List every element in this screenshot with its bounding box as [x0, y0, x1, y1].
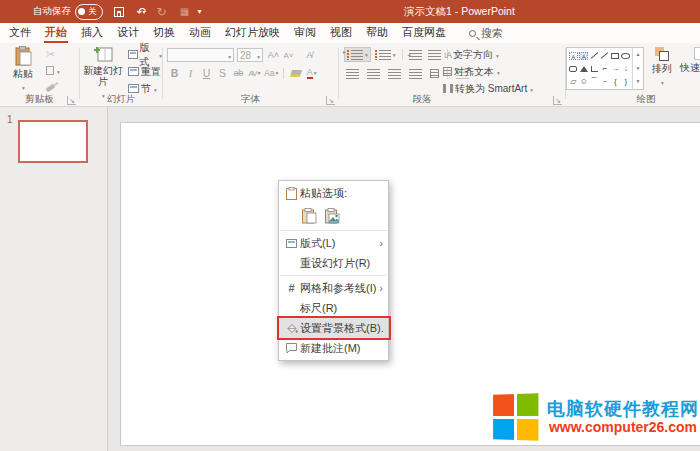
menu-item-grid-guides[interactable]: # 网格和参考线(I)... ›: [279, 278, 388, 298]
slide-thumbnail[interactable]: [18, 120, 88, 163]
bullets-icon: [351, 50, 363, 60]
tab-file[interactable]: 文件: [2, 23, 38, 43]
shapes-scroll-down-icon[interactable]: ▼: [633, 62, 643, 76]
redo-button[interactable]: [155, 5, 169, 19]
decrease-font-button[interactable]: [282, 48, 295, 62]
change-case-button[interactable]: [264, 66, 278, 80]
menu-item-format-background[interactable]: 设置背景格式(B)...: [279, 318, 388, 338]
slide-number: 1: [7, 114, 13, 125]
menu-item-layout[interactable]: 版式(L) ›: [279, 233, 388, 253]
tab-view[interactable]: 视图: [323, 23, 359, 43]
group-clipboard: 粘贴 剪贴板: [0, 43, 79, 107]
oval-shape-icon[interactable]: [621, 53, 630, 59]
tab-home[interactable]: 开始: [38, 23, 74, 43]
increase-indent-button[interactable]: [426, 47, 443, 62]
menu-item-reset-slide[interactable]: 重设幻灯片(R): [279, 253, 388, 273]
search-box[interactable]: 搜索: [469, 26, 503, 41]
font-color-button[interactable]: [305, 66, 318, 80]
columns-button[interactable]: [428, 66, 441, 81]
align-right-button[interactable]: [386, 66, 403, 81]
grid-guides-icon: #: [288, 282, 294, 294]
font-dialog-launcher-icon[interactable]: [326, 96, 335, 105]
menu-item-ruler[interactable]: 标尺(R): [279, 298, 388, 318]
grid-dropdown-icon[interactable]: ▾: [186, 8, 189, 15]
align-left-button[interactable]: [344, 66, 361, 81]
paste-as-picture-button[interactable]: [323, 206, 342, 225]
underline-button[interactable]: [200, 66, 213, 80]
character-spacing-button[interactable]: [248, 66, 261, 80]
textbox-shape-icon[interactable]: [569, 52, 578, 60]
right-arrow-shape-icon[interactable]: →: [611, 65, 619, 73]
shapes-scrollbar[interactable]: ▲ ▼ ▼: [632, 48, 643, 89]
rectangle-shape-icon[interactable]: [611, 53, 619, 59]
shapes-more-icon[interactable]: ▼: [633, 75, 643, 89]
font-size-combobox[interactable]: 28: [237, 48, 263, 62]
slides-group-label: 幻灯片: [80, 93, 162, 106]
shapes-scroll-up-icon[interactable]: ▲: [633, 48, 643, 62]
curve-shape-icon[interactable]: ~: [602, 78, 607, 86]
italic-button[interactable]: [184, 66, 197, 80]
tab-slideshow[interactable]: 幻灯片放映: [218, 23, 287, 43]
clipboard-dialog-launcher-icon[interactable]: [67, 96, 76, 105]
elbow-connector-shape-icon[interactable]: [591, 66, 598, 72]
grid-guides-submenu-icon: ›: [379, 282, 383, 294]
arrow-line-shape-icon[interactable]: [601, 52, 609, 59]
decrease-indent-button[interactable]: [407, 47, 424, 62]
increase-font-button[interactable]: [267, 48, 280, 62]
format-background-label: 设置背景格式(B)...: [300, 321, 383, 336]
cut-button[interactable]: [46, 47, 55, 62]
align-center-button[interactable]: [365, 66, 382, 81]
reset-button[interactable]: 重置: [128, 64, 161, 79]
highlight-pen-button[interactable]: [289, 66, 302, 80]
rounded-rectangle-shape-icon[interactable]: [569, 66, 577, 72]
left-brace-shape-icon[interactable]: {: [614, 78, 617, 86]
tab-insert[interactable]: 插入: [74, 23, 110, 43]
quick-styles-button[interactable]: 快速样式: [683, 47, 700, 73]
autosave-toggle[interactable]: 自动保存 关: [33, 4, 103, 20]
tab-animations[interactable]: 动画: [182, 23, 218, 43]
layout-button[interactable]: 版式: [128, 47, 162, 62]
paste-use-theme-button[interactable]: [300, 206, 319, 225]
paragraph-dialog-launcher-icon[interactable]: [553, 96, 562, 105]
undo-button[interactable]: [135, 5, 149, 19]
line-shape-icon[interactable]: [590, 52, 598, 59]
copy-button[interactable]: [46, 63, 60, 78]
save-button[interactable]: [112, 5, 126, 19]
text-shadow-button[interactable]: [216, 66, 229, 80]
clear-formatting-button[interactable]: [303, 48, 316, 62]
arrange-button[interactable]: 排列: [648, 47, 676, 89]
vertical-textbox-shape-icon[interactable]: [579, 52, 588, 60]
tab-review[interactable]: 审阅: [287, 23, 323, 43]
triangle-shape-icon[interactable]: [580, 66, 588, 72]
justify-button[interactable]: [407, 66, 424, 81]
freeform-shape-icon[interactable]: ▱: [570, 78, 576, 86]
right-brace-shape-icon[interactable]: }: [624, 78, 627, 86]
titlebar: 自动保存 关 ▾ ▾ ▾ 演示文稿1 - PowerPoint: [0, 0, 700, 23]
shapes-gallery[interactable]: ⌐ → ↓ ▱ ☺ ⌒ ~ { } ▲ ▼ ▼: [566, 47, 644, 90]
down-arrow-shape-icon[interactable]: ↓: [624, 65, 628, 73]
menu-item-new-comment[interactable]: 新建批注(M): [279, 338, 388, 358]
slideshow-grid-button[interactable]: [178, 5, 192, 19]
bold-button[interactable]: [168, 66, 181, 80]
cut-icon: [46, 48, 55, 61]
group-slides: 新建幻灯片 版式 重置 节 幻灯片: [80, 43, 162, 107]
quick-styles-icon: [694, 47, 700, 60]
tab-baidu-netdisk[interactable]: 百度网盘: [395, 23, 453, 43]
ruler-label: 标尺(R): [300, 301, 383, 316]
align-text-button[interactable]: 对齐文本: [443, 64, 500, 79]
arc-shape-icon[interactable]: ⌒: [590, 78, 598, 86]
paste-button[interactable]: 粘贴: [6, 46, 40, 94]
tab-help[interactable]: 帮助: [359, 23, 395, 43]
font-name-combobox[interactable]: [167, 48, 234, 62]
numbering-button[interactable]: [373, 47, 398, 62]
curve-connector-shape-icon[interactable]: ⌐: [602, 65, 607, 73]
text-direction-button[interactable]: 文字方向: [443, 47, 499, 62]
font-size-value: 28: [240, 50, 251, 61]
smartart-dropdown-icon: [529, 83, 533, 94]
smiley-shape-icon[interactable]: ☺: [580, 78, 588, 86]
undo-dropdown-icon[interactable]: ▾: [143, 8, 146, 15]
strikethrough-button[interactable]: [232, 66, 245, 80]
customize-qat-button[interactable]: ▾: [198, 7, 202, 16]
menu-separator: [280, 230, 387, 231]
bullets-button[interactable]: [344, 47, 371, 62]
